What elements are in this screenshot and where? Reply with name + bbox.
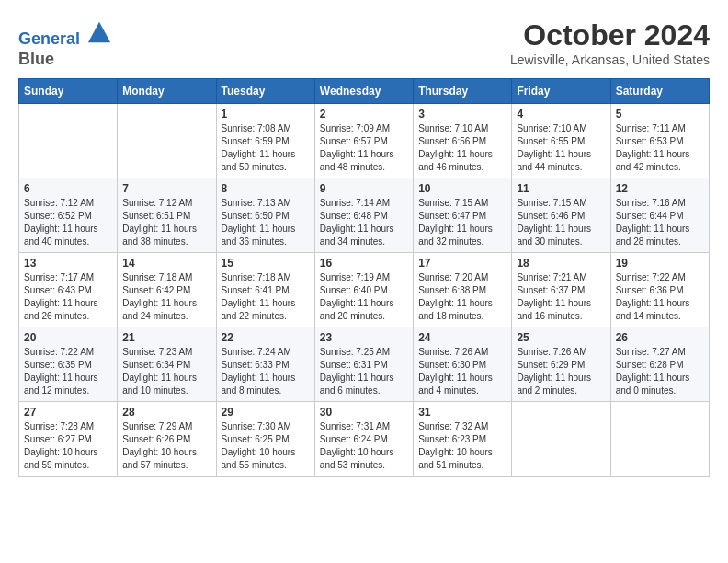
day-info: Sunrise: 7:10 AMSunset: 6:56 PMDaylight:… (418, 122, 506, 174)
day-info: Sunrise: 7:22 AMSunset: 6:36 PMDaylight:… (616, 271, 704, 323)
calendar-cell: 26Sunrise: 7:27 AMSunset: 6:28 PMDayligh… (610, 327, 709, 402)
day-number: 22 (222, 331, 310, 344)
day-info: Sunrise: 7:11 AMSunset: 6:53 PMDaylight:… (616, 122, 704, 174)
calendar-cell: 19Sunrise: 7:22 AMSunset: 6:36 PMDayligh… (610, 253, 709, 327)
day-info: Sunrise: 7:19 AMSunset: 6:40 PMDaylight:… (320, 271, 408, 323)
calendar-cell (512, 402, 610, 477)
calendar-cell: 29Sunrise: 7:30 AMSunset: 6:25 PMDayligh… (216, 402, 314, 477)
calendar-cell: 7Sunrise: 7:12 AMSunset: 6:51 PMDaylight… (118, 178, 216, 253)
day-number: 14 (122, 257, 210, 270)
calendar-cell (19, 104, 118, 178)
calendar-week-4: 20Sunrise: 7:22 AMSunset: 6:35 PMDayligh… (19, 327, 710, 402)
calendar-cell: 8Sunrise: 7:13 AMSunset: 6:50 PMDaylight… (216, 178, 314, 253)
calendar-cell: 18Sunrise: 7:21 AMSunset: 6:37 PMDayligh… (512, 253, 610, 327)
calendar-cell: 13Sunrise: 7:17 AMSunset: 6:43 PMDayligh… (19, 253, 118, 327)
day-number: 19 (616, 257, 704, 270)
calendar-cell: 11Sunrise: 7:15 AMSunset: 6:46 PMDayligh… (512, 178, 610, 253)
day-info: Sunrise: 7:17 AMSunset: 6:43 PMDaylight:… (24, 271, 112, 323)
day-number: 5 (616, 108, 704, 121)
calendar-cell: 17Sunrise: 7:20 AMSunset: 6:38 PMDayligh… (414, 253, 512, 327)
calendar-week-3: 13Sunrise: 7:17 AMSunset: 6:43 PMDayligh… (19, 253, 710, 327)
calendar-week-2: 6Sunrise: 7:12 AMSunset: 6:52 PMDaylight… (19, 178, 710, 253)
day-number: 24 (418, 331, 506, 344)
calendar-cell (118, 104, 216, 178)
day-info: Sunrise: 7:25 AMSunset: 6:31 PMDaylight:… (320, 346, 408, 397)
calendar-cell: 10Sunrise: 7:15 AMSunset: 6:47 PMDayligh… (414, 178, 512, 253)
day-info: Sunrise: 7:23 AMSunset: 6:34 PMDaylight:… (122, 346, 210, 397)
weekday-header-monday: Monday (118, 79, 216, 104)
day-info: Sunrise: 7:22 AMSunset: 6:35 PMDaylight:… (24, 346, 112, 397)
calendar-cell: 3Sunrise: 7:10 AMSunset: 6:56 PMDaylight… (414, 104, 512, 178)
day-number: 28 (122, 406, 210, 419)
day-number: 20 (24, 331, 112, 344)
weekday-header-saturday: Saturday (610, 79, 709, 104)
day-info: Sunrise: 7:24 AMSunset: 6:33 PMDaylight:… (222, 346, 310, 397)
calendar-cell: 1Sunrise: 7:08 AMSunset: 6:59 PMDaylight… (216, 104, 314, 178)
calendar-cell: 4Sunrise: 7:10 AMSunset: 6:55 PMDaylight… (512, 104, 610, 178)
day-number: 23 (320, 331, 408, 344)
day-number: 6 (24, 182, 112, 195)
day-info: Sunrise: 7:27 AMSunset: 6:28 PMDaylight:… (616, 346, 704, 397)
logo: General Blue (18, 18, 112, 69)
logo-icon (86, 18, 112, 44)
calendar-cell: 28Sunrise: 7:29 AMSunset: 6:26 PMDayligh… (118, 402, 216, 477)
day-info: Sunrise: 7:12 AMSunset: 6:51 PMDaylight:… (122, 197, 210, 248)
weekday-header-row: SundayMondayTuesdayWednesdayThursdayFrid… (19, 79, 710, 104)
calendar-cell: 5Sunrise: 7:11 AMSunset: 6:53 PMDaylight… (610, 104, 709, 178)
day-number: 2 (320, 108, 408, 121)
calendar-cell (610, 402, 709, 477)
day-info: Sunrise: 7:29 AMSunset: 6:26 PMDaylight:… (122, 420, 210, 472)
day-info: Sunrise: 7:28 AMSunset: 6:27 PMDaylight:… (24, 420, 112, 472)
calendar-cell: 16Sunrise: 7:19 AMSunset: 6:40 PMDayligh… (314, 253, 413, 327)
day-info: Sunrise: 7:32 AMSunset: 6:23 PMDaylight:… (418, 420, 506, 472)
day-number: 21 (122, 331, 210, 344)
day-number: 29 (222, 406, 310, 419)
day-info: Sunrise: 7:16 AMSunset: 6:44 PMDaylight:… (616, 197, 704, 248)
day-info: Sunrise: 7:18 AMSunset: 6:42 PMDaylight:… (122, 271, 210, 323)
day-number: 8 (222, 182, 310, 195)
day-info: Sunrise: 7:20 AMSunset: 6:38 PMDaylight:… (418, 271, 506, 323)
day-number: 27 (24, 406, 112, 419)
day-number: 12 (616, 182, 704, 195)
calendar-cell: 9Sunrise: 7:14 AMSunset: 6:48 PMDaylight… (314, 178, 413, 253)
day-info: Sunrise: 7:31 AMSunset: 6:24 PMDaylight:… (320, 420, 408, 472)
day-info: Sunrise: 7:10 AMSunset: 6:55 PMDaylight:… (517, 122, 605, 174)
calendar-week-1: 1Sunrise: 7:08 AMSunset: 6:59 PMDaylight… (19, 104, 710, 178)
day-number: 30 (320, 406, 408, 419)
day-number: 25 (517, 331, 605, 344)
day-number: 15 (222, 257, 310, 270)
day-info: Sunrise: 7:14 AMSunset: 6:48 PMDaylight:… (320, 197, 408, 248)
day-number: 7 (122, 182, 210, 195)
weekday-header-wednesday: Wednesday (314, 79, 413, 104)
day-info: Sunrise: 7:21 AMSunset: 6:37 PMDaylight:… (517, 271, 605, 323)
calendar-cell: 24Sunrise: 7:26 AMSunset: 6:30 PMDayligh… (414, 327, 512, 402)
calendar-table: SundayMondayTuesdayWednesdayThursdayFrid… (18, 78, 710, 477)
calendar-cell: 6Sunrise: 7:12 AMSunset: 6:52 PMDaylight… (19, 178, 118, 253)
day-number: 3 (418, 108, 506, 121)
weekday-header-tuesday: Tuesday (216, 79, 314, 104)
calendar-cell: 20Sunrise: 7:22 AMSunset: 6:35 PMDayligh… (19, 327, 118, 402)
day-info: Sunrise: 7:26 AMSunset: 6:29 PMDaylight:… (517, 346, 605, 397)
calendar-cell: 14Sunrise: 7:18 AMSunset: 6:42 PMDayligh… (118, 253, 216, 327)
day-info: Sunrise: 7:30 AMSunset: 6:25 PMDaylight:… (222, 420, 310, 472)
day-number: 31 (418, 406, 506, 419)
logo-general: General (18, 29, 80, 48)
logo-text: General Blue (18, 18, 112, 69)
day-number: 13 (24, 257, 112, 270)
day-info: Sunrise: 7:26 AMSunset: 6:30 PMDaylight:… (418, 346, 506, 397)
calendar-cell: 2Sunrise: 7:09 AMSunset: 6:57 PMDaylight… (314, 104, 413, 178)
calendar-cell: 12Sunrise: 7:16 AMSunset: 6:44 PMDayligh… (610, 178, 709, 253)
day-number: 17 (418, 257, 506, 270)
day-info: Sunrise: 7:18 AMSunset: 6:41 PMDaylight:… (222, 271, 310, 323)
day-info: Sunrise: 7:15 AMSunset: 6:46 PMDaylight:… (517, 197, 605, 248)
day-number: 1 (222, 108, 310, 121)
weekday-header-thursday: Thursday (414, 79, 512, 104)
calendar-cell: 23Sunrise: 7:25 AMSunset: 6:31 PMDayligh… (314, 327, 413, 402)
weekday-header-sunday: Sunday (19, 79, 118, 104)
weekday-header-friday: Friday (512, 79, 610, 104)
month-title: October 2024 (510, 18, 710, 52)
day-info: Sunrise: 7:09 AMSunset: 6:57 PMDaylight:… (320, 122, 408, 174)
calendar-cell: 22Sunrise: 7:24 AMSunset: 6:33 PMDayligh… (216, 327, 314, 402)
calendar-cell: 31Sunrise: 7:32 AMSunset: 6:23 PMDayligh… (414, 402, 512, 477)
calendar-cell: 15Sunrise: 7:18 AMSunset: 6:41 PMDayligh… (216, 253, 314, 327)
